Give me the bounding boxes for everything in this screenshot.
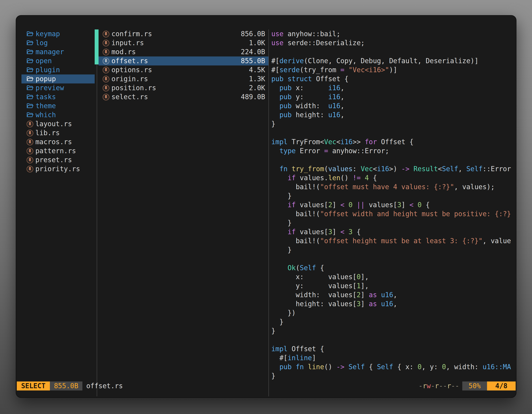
file-row-confirm-rs[interactable]: Rconfirm.rs856.0B	[99, 29, 268, 39]
code-token: "offset height must be at least 3: {:?}"	[320, 237, 483, 245]
panel-separator-left	[97, 29, 97, 396]
code-token: 3	[397, 201, 401, 209]
code-token: 3	[349, 228, 353, 236]
code-line: y: values[1],	[271, 281, 514, 290]
code-token: if	[287, 174, 300, 182]
file-row-options-rs[interactable]: Roptions.rs4.5K	[99, 66, 268, 75]
code-line: Ok(Self {	[271, 263, 514, 272]
code-token: ()	[324, 363, 336, 371]
code-line: bail!("offset must have 4 values: {:?}",…	[271, 183, 514, 192]
code-token: { x:	[393, 363, 418, 371]
code-token: ()	[341, 174, 353, 182]
code-token: line	[308, 363, 324, 371]
code-token: ->	[336, 363, 349, 371]
permission-char: --	[439, 382, 447, 390]
code-token: ,	[341, 102, 344, 110]
code-line: impl TryFrom<Vec<i16>> for Offset {	[271, 137, 514, 146]
file-row-offset-rs[interactable]: Roffset.rs855.0B	[99, 57, 268, 66]
rust-file-icon: R	[103, 31, 109, 38]
code-line: }	[271, 192, 514, 201]
file-row-position-rs[interactable]: Rposition.rs2.0K	[99, 83, 268, 92]
code-line: height: values[3] as u16,	[271, 299, 514, 308]
code-token: {	[369, 174, 377, 182]
code-token: }	[271, 219, 292, 227]
sidebar-dir-popup[interactable]: popup	[21, 75, 95, 83]
code-token: #[	[271, 57, 279, 65]
panel-separator-right	[268, 29, 269, 396]
sidebar-dir-tasks[interactable]: tasks	[21, 92, 95, 101]
sidebar-dir-open[interactable]: open	[21, 57, 95, 66]
rust-file-icon: R	[103, 76, 109, 82]
entry-label: plugin	[36, 66, 60, 75]
code-token: as	[369, 291, 381, 299]
file-name: offset.rs	[111, 57, 148, 66]
file-row-mod-rs[interactable]: Rmod.rs224.0B	[99, 48, 268, 57]
rust-file-icon: R	[27, 148, 33, 154]
file-row-origin-rs[interactable]: Rorigin.rs1.3K	[99, 75, 268, 83]
code-token: :	[352, 165, 361, 173]
code-line: pub x: i16,	[271, 83, 514, 92]
code-token	[352, 201, 357, 209]
sidebar-file-preset-rs[interactable]: Rpreset.rs	[21, 155, 95, 164]
sidebar-dir-preview[interactable]: preview	[21, 83, 95, 92]
permission-char: w	[427, 382, 431, 390]
list-scrollbar-thumb[interactable]	[95, 29, 99, 64]
code-token: x:	[296, 84, 328, 92]
sidebar-dir-theme[interactable]: theme	[21, 101, 95, 110]
code-token: if	[287, 228, 300, 236]
code-token: {	[365, 363, 377, 371]
code-token: u16	[328, 111, 341, 119]
code-token: }	[271, 120, 276, 128]
code-token: width:	[296, 102, 328, 110]
file-name: mod.rs	[111, 48, 136, 57]
code-token: "offset must have 4 values: {:?}"	[320, 183, 454, 191]
file-row-select-rs[interactable]: Rselect.rs489.0B	[99, 92, 268, 101]
code-line: pub width: u16,	[271, 101, 514, 110]
code-token: 1	[357, 282, 361, 290]
sidebar-dir-manager[interactable]: manager	[21, 48, 95, 57]
sidebar-dir-log[interactable]: log	[21, 39, 95, 48]
code-token: bail!(	[271, 237, 320, 245]
code-line: impl Offset {	[271, 345, 514, 354]
code-line: use serde::Deserialize;	[271, 39, 514, 48]
sidebar-file-pattern-rs[interactable]: Rpattern.rs	[21, 146, 95, 155]
folder-open-icon	[27, 31, 34, 37]
yazi-terminal-window: keymaplogmanageropenpluginpopuppreviewta…	[16, 15, 516, 398]
sidebar-file-lib-rs[interactable]: Rlib.rs	[21, 128, 95, 137]
sidebar-file-priority-rs[interactable]: Rpriority.rs	[21, 164, 95, 173]
sidebar-dir-which[interactable]: which	[21, 110, 95, 119]
file-name: select.rs	[111, 92, 148, 101]
code-token: ,	[341, 111, 344, 119]
code-line: #[inline]	[271, 354, 514, 362]
folder-open-icon	[27, 94, 34, 100]
code-token: height:	[296, 111, 328, 119]
code-token: values[	[300, 201, 328, 209]
file-size-badge: 855.0B	[50, 382, 82, 390]
code-token: 0	[418, 363, 422, 371]
code-token: {	[422, 201, 430, 209]
status-bar: SELECT 855.0B offset.rs -rw-r--r-- 50% 4…	[16, 382, 516, 390]
sidebar-file-macros-rs[interactable]: Rmacros.rs	[21, 137, 95, 146]
code-token: i16	[341, 138, 353, 146]
entry-label: tasks	[36, 92, 56, 101]
rust-file-icon: R	[103, 85, 109, 91]
code-token: 0	[357, 273, 361, 281]
code-token: ,	[458, 165, 466, 173]
code-token: anyhow::bail;	[287, 30, 340, 38]
file-size: 1.0K	[249, 39, 265, 48]
code-token: , y:	[422, 363, 442, 371]
sidebar-dir-keymap[interactable]: keymap	[21, 29, 95, 39]
code-token: TryFrom<	[292, 138, 324, 146]
code-token: (	[324, 165, 328, 173]
code-preview-panel[interactable]: use anyhow::bail;use serde::Deserialize;…	[271, 29, 514, 395]
code-token: values	[328, 165, 352, 173]
sidebar-dir-plugin[interactable]: plugin	[21, 66, 95, 75]
file-row-input-rs[interactable]: Rinput.rs1.0K	[99, 39, 268, 48]
code-token: (	[296, 264, 300, 272]
code-token	[271, 228, 287, 236]
code-line: }	[271, 119, 514, 128]
code-line: pub y: i16,	[271, 92, 514, 101]
code-token: >)	[389, 165, 401, 173]
folder-open-icon	[27, 112, 34, 118]
sidebar-file-layout-rs[interactable]: Rlayout.rs	[21, 119, 95, 128]
